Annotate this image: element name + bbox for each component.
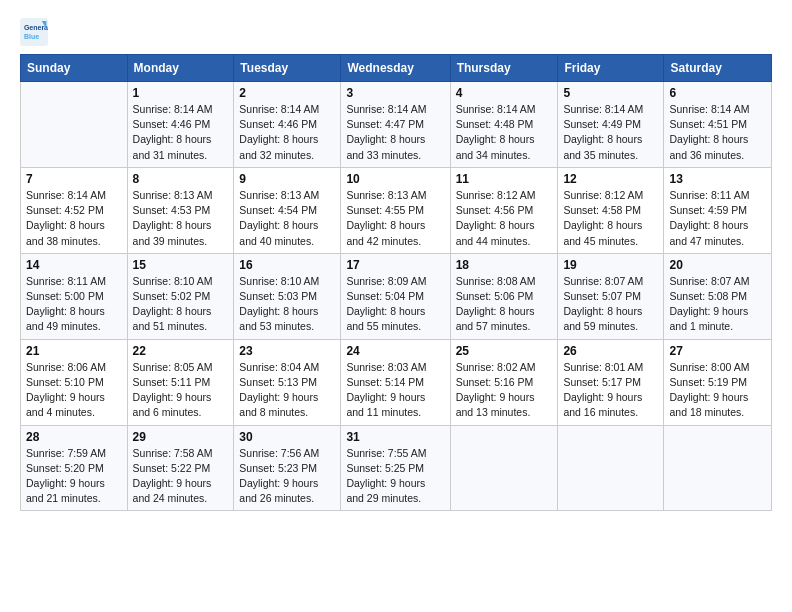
day-number: 17 [346,258,444,272]
day-cell: 4Sunrise: 8:14 AMSunset: 4:48 PMDaylight… [450,82,558,168]
header-cell-wednesday: Wednesday [341,55,450,82]
day-detail: Sunrise: 8:14 AMSunset: 4:48 PMDaylight:… [456,102,553,163]
day-cell: 24Sunrise: 8:03 AMSunset: 5:14 PMDayligh… [341,339,450,425]
day-cell: 17Sunrise: 8:09 AMSunset: 5:04 PMDayligh… [341,253,450,339]
calendar-body: 1Sunrise: 8:14 AMSunset: 4:46 PMDaylight… [21,82,772,511]
header-cell-tuesday: Tuesday [234,55,341,82]
day-detail: Sunrise: 8:14 AMSunset: 4:46 PMDaylight:… [133,102,229,163]
day-cell: 31Sunrise: 7:55 AMSunset: 5:25 PMDayligh… [341,425,450,511]
day-cell: 29Sunrise: 7:58 AMSunset: 5:22 PMDayligh… [127,425,234,511]
day-number: 18 [456,258,553,272]
day-cell: 25Sunrise: 8:02 AMSunset: 5:16 PMDayligh… [450,339,558,425]
header: General Blue [20,18,772,46]
day-cell: 21Sunrise: 8:06 AMSunset: 5:10 PMDayligh… [21,339,128,425]
page: General Blue SundayMondayTuesdayWednesda… [0,0,792,612]
day-cell: 3Sunrise: 8:14 AMSunset: 4:47 PMDaylight… [341,82,450,168]
day-detail: Sunrise: 8:12 AMSunset: 4:58 PMDaylight:… [563,188,658,249]
day-cell [664,425,772,511]
day-detail: Sunrise: 8:14 AMSunset: 4:47 PMDaylight:… [346,102,444,163]
logo-icon: General Blue [20,18,48,46]
day-detail: Sunrise: 8:12 AMSunset: 4:56 PMDaylight:… [456,188,553,249]
day-detail: Sunrise: 8:11 AMSunset: 4:59 PMDaylight:… [669,188,766,249]
day-detail: Sunrise: 8:14 AMSunset: 4:46 PMDaylight:… [239,102,335,163]
day-cell: 1Sunrise: 8:14 AMSunset: 4:46 PMDaylight… [127,82,234,168]
day-cell: 12Sunrise: 8:12 AMSunset: 4:58 PMDayligh… [558,167,664,253]
day-number: 6 [669,86,766,100]
day-cell [21,82,128,168]
day-number: 23 [239,344,335,358]
day-detail: Sunrise: 8:05 AMSunset: 5:11 PMDaylight:… [133,360,229,421]
logo: General Blue [20,18,52,46]
day-detail: Sunrise: 8:10 AMSunset: 5:03 PMDaylight:… [239,274,335,335]
day-number: 27 [669,344,766,358]
day-cell: 13Sunrise: 8:11 AMSunset: 4:59 PMDayligh… [664,167,772,253]
day-number: 20 [669,258,766,272]
day-detail: Sunrise: 8:04 AMSunset: 5:13 PMDaylight:… [239,360,335,421]
day-cell: 9Sunrise: 8:13 AMSunset: 4:54 PMDaylight… [234,167,341,253]
calendar-table: SundayMondayTuesdayWednesdayThursdayFrid… [20,54,772,511]
day-number: 8 [133,172,229,186]
day-detail: Sunrise: 8:14 AMSunset: 4:51 PMDaylight:… [669,102,766,163]
day-detail: Sunrise: 8:13 AMSunset: 4:55 PMDaylight:… [346,188,444,249]
day-number: 3 [346,86,444,100]
header-cell-thursday: Thursday [450,55,558,82]
day-number: 25 [456,344,553,358]
day-number: 26 [563,344,658,358]
day-detail: Sunrise: 8:07 AMSunset: 5:07 PMDaylight:… [563,274,658,335]
day-cell: 19Sunrise: 8:07 AMSunset: 5:07 PMDayligh… [558,253,664,339]
day-number: 19 [563,258,658,272]
header-cell-saturday: Saturday [664,55,772,82]
day-detail: Sunrise: 7:59 AMSunset: 5:20 PMDaylight:… [26,446,122,507]
day-number: 7 [26,172,122,186]
day-cell: 23Sunrise: 8:04 AMSunset: 5:13 PMDayligh… [234,339,341,425]
day-cell: 6Sunrise: 8:14 AMSunset: 4:51 PMDaylight… [664,82,772,168]
day-cell: 8Sunrise: 8:13 AMSunset: 4:53 PMDaylight… [127,167,234,253]
day-detail: Sunrise: 8:02 AMSunset: 5:16 PMDaylight:… [456,360,553,421]
day-detail: Sunrise: 8:08 AMSunset: 5:06 PMDaylight:… [456,274,553,335]
header-cell-monday: Monday [127,55,234,82]
day-cell [450,425,558,511]
day-number: 16 [239,258,335,272]
day-cell: 7Sunrise: 8:14 AMSunset: 4:52 PMDaylight… [21,167,128,253]
day-detail: Sunrise: 8:03 AMSunset: 5:14 PMDaylight:… [346,360,444,421]
day-number: 21 [26,344,122,358]
day-cell: 14Sunrise: 8:11 AMSunset: 5:00 PMDayligh… [21,253,128,339]
day-number: 11 [456,172,553,186]
day-detail: Sunrise: 8:14 AMSunset: 4:52 PMDaylight:… [26,188,122,249]
day-number: 5 [563,86,658,100]
header-row: SundayMondayTuesdayWednesdayThursdayFrid… [21,55,772,82]
day-cell: 11Sunrise: 8:12 AMSunset: 4:56 PMDayligh… [450,167,558,253]
header-cell-friday: Friday [558,55,664,82]
day-cell: 20Sunrise: 8:07 AMSunset: 5:08 PMDayligh… [664,253,772,339]
week-row-5: 28Sunrise: 7:59 AMSunset: 5:20 PMDayligh… [21,425,772,511]
day-detail: Sunrise: 8:06 AMSunset: 5:10 PMDaylight:… [26,360,122,421]
day-cell: 28Sunrise: 7:59 AMSunset: 5:20 PMDayligh… [21,425,128,511]
week-row-4: 21Sunrise: 8:06 AMSunset: 5:10 PMDayligh… [21,339,772,425]
day-number: 29 [133,430,229,444]
day-number: 30 [239,430,335,444]
day-number: 24 [346,344,444,358]
day-number: 10 [346,172,444,186]
day-number: 13 [669,172,766,186]
svg-text:General: General [24,24,48,31]
week-row-2: 7Sunrise: 8:14 AMSunset: 4:52 PMDaylight… [21,167,772,253]
calendar-header: SundayMondayTuesdayWednesdayThursdayFrid… [21,55,772,82]
day-detail: Sunrise: 8:14 AMSunset: 4:49 PMDaylight:… [563,102,658,163]
day-cell: 26Sunrise: 8:01 AMSunset: 5:17 PMDayligh… [558,339,664,425]
day-cell [558,425,664,511]
day-detail: Sunrise: 7:56 AMSunset: 5:23 PMDaylight:… [239,446,335,507]
day-cell: 27Sunrise: 8:00 AMSunset: 5:19 PMDayligh… [664,339,772,425]
day-detail: Sunrise: 8:01 AMSunset: 5:17 PMDaylight:… [563,360,658,421]
week-row-1: 1Sunrise: 8:14 AMSunset: 4:46 PMDaylight… [21,82,772,168]
day-cell: 5Sunrise: 8:14 AMSunset: 4:49 PMDaylight… [558,82,664,168]
day-detail: Sunrise: 8:10 AMSunset: 5:02 PMDaylight:… [133,274,229,335]
day-cell: 10Sunrise: 8:13 AMSunset: 4:55 PMDayligh… [341,167,450,253]
day-number: 9 [239,172,335,186]
day-detail: Sunrise: 8:11 AMSunset: 5:00 PMDaylight:… [26,274,122,335]
day-cell: 16Sunrise: 8:10 AMSunset: 5:03 PMDayligh… [234,253,341,339]
day-number: 28 [26,430,122,444]
day-cell: 30Sunrise: 7:56 AMSunset: 5:23 PMDayligh… [234,425,341,511]
day-detail: Sunrise: 8:07 AMSunset: 5:08 PMDaylight:… [669,274,766,335]
day-cell: 2Sunrise: 8:14 AMSunset: 4:46 PMDaylight… [234,82,341,168]
day-detail: Sunrise: 8:13 AMSunset: 4:54 PMDaylight:… [239,188,335,249]
